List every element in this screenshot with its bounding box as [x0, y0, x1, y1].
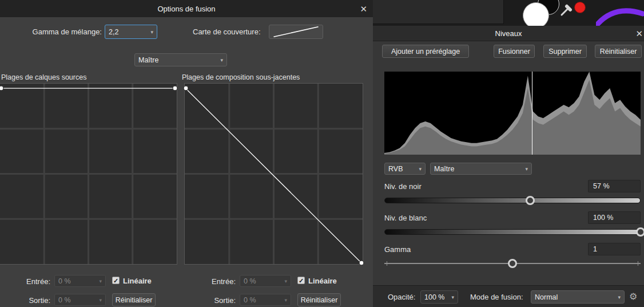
gamma-label: Gamma [384, 245, 411, 254]
blend-gamma-dropdown[interactable]: 2,2 ▾ [105, 25, 157, 39]
gamma-thumb[interactable] [508, 259, 517, 268]
levels-histogram[interactable] [384, 72, 641, 155]
underlying-output-label: Sortie: [185, 296, 236, 305]
chevron-down-icon: ▾ [284, 297, 287, 303]
source-ranges-graph[interactable] [0, 83, 177, 265]
histogram-marker[interactable] [532, 72, 532, 155]
source-reset-button[interactable]: Réinitialiser [112, 293, 156, 306]
underlying-linear-label: Linéaire [308, 277, 337, 285]
canvas-purple-stroke [596, 6, 644, 26]
red-color-swatch[interactable] [574, 2, 586, 13]
source-output-label: Sortie: [0, 296, 50, 305]
blend-gamma-label: Gamma de mélange: [0, 27, 102, 36]
black-level-thumb[interactable] [526, 196, 535, 205]
white-level-track[interactable] [384, 229, 641, 235]
underlying-curve-node-left[interactable] [184, 86, 189, 91]
levels-channel-value: Maître [434, 165, 454, 173]
black-level-track[interactable] [384, 198, 641, 203]
chevron-down-icon: ▾ [284, 278, 287, 284]
opacity-dropdown[interactable]: 100 % ▾ [420, 290, 458, 304]
chevron-down-icon: ▾ [525, 166, 528, 172]
context-toolbar-fragment [373, 0, 504, 24]
levels-channel-dropdown[interactable]: Maître ▾ [430, 163, 532, 175]
source-linear-checkbox[interactable]: ✓ [112, 277, 120, 284]
chevron-down-icon: ▾ [99, 278, 102, 284]
blend-channel-value: Maître [138, 56, 158, 64]
underlying-entry-value: 0 % [244, 277, 256, 285]
chevron-down-icon: ▾ [451, 294, 454, 300]
underlying-reset-button[interactable]: Réinitialiser [297, 293, 341, 306]
coverage-map-preview[interactable] [269, 25, 323, 39]
underlying-output-dropdown[interactable]: 0 % ▾ [240, 294, 291, 306]
black-level-slider[interactable] [384, 196, 641, 205]
gamma-tick-left [387, 261, 387, 266]
opacity-label: Opacité: [388, 293, 415, 301]
underlying-curve-node-right[interactable] [359, 261, 364, 266]
white-level-label: Niv. de blanc [384, 214, 427, 222]
layer-bottom-bar: Opacité: 100 % ▾ Mode de fusion: Normal … [373, 285, 644, 307]
gamma-value[interactable]: 1 [588, 243, 641, 255]
merge-button[interactable]: Fusionner [494, 45, 535, 58]
add-preset-button[interactable]: Ajouter un préréglage [382, 45, 469, 58]
chevron-down-icon: ▾ [419, 166, 422, 172]
source-entry-dropdown[interactable]: 0 % ▾ [54, 275, 106, 287]
opacity-value: 100 % [424, 293, 444, 301]
eyedropper-icon[interactable] [559, 2, 573, 17]
channel-mode-dropdown[interactable]: RVB ▾ [384, 163, 426, 175]
chevron-down-icon: ▾ [618, 294, 621, 300]
delete-button[interactable]: Supprimer [543, 45, 587, 58]
channel-mode-value: RVB [388, 165, 403, 173]
top-strip: ↺ [373, 0, 644, 26]
blend-options-dialog: Options de fusion ✕ Gamma de mélange: 2,… [0, 0, 373, 307]
close-icon[interactable]: ✕ [635, 29, 643, 38]
underlying-ranges-graph[interactable] [184, 83, 363, 265]
underlying-entry-label: Entrée: [185, 277, 236, 286]
gear-icon[interactable]: ⚙ [629, 291, 637, 302]
blend-options-titlebar[interactable]: Options de fusion ✕ [0, 0, 373, 17]
chevron-down-icon: ▾ [220, 57, 223, 63]
chevron-down-icon: ▾ [150, 29, 153, 35]
coverage-map-label: Carte de couverture: [193, 27, 261, 36]
levels-titlebar[interactable]: Niveaux ✕ [373, 26, 644, 41]
source-ranges-grid [0, 84, 177, 264]
close-icon[interactable]: ✕ [360, 5, 367, 13]
source-output-value: 0 % [58, 296, 71, 304]
histogram-chart [384, 72, 641, 155]
chevron-down-icon: ▾ [99, 297, 102, 303]
gamma-tick-right [638, 261, 638, 266]
foreground-color-swatch[interactable] [523, 2, 549, 26]
source-output-dropdown[interactable]: 0 % ▾ [54, 294, 106, 306]
source-curve-node-right[interactable] [173, 86, 178, 91]
source-ranges-title: Plages de calques sources [1, 73, 86, 81]
blend-mode-value: Normal [535, 293, 558, 301]
white-level-slider[interactable] [384, 227, 641, 237]
black-level-value[interactable]: 57 % [588, 180, 641, 192]
gamma-slider[interactable] [384, 259, 641, 268]
underlying-ranges-title: Plages de composition sous-jacentes [182, 73, 300, 81]
coverage-map-curve [269, 25, 323, 38]
white-level-value[interactable]: 100 % [588, 211, 641, 224]
underlying-entry-dropdown[interactable]: 0 % ▾ [240, 275, 291, 287]
source-entry-value: 0 % [58, 277, 71, 285]
underlying-output-value: 0 % [244, 296, 256, 304]
blend-mode-label: Mode de fusion: [470, 293, 523, 301]
blend-gamma-value: 2,2 [109, 28, 118, 36]
underlying-ranges-grid [185, 84, 363, 264]
levels-title: Niveaux [495, 29, 522, 38]
blend-options-title: Options de fusion [157, 5, 215, 13]
white-level-thumb[interactable] [636, 227, 644, 237]
right-panel-region: ↺ Niveaux ✕ Ajouter un préréglage Fusion… [373, 0, 644, 307]
blend-mode-dropdown[interactable]: Normal ▾ [531, 290, 625, 304]
black-level-label: Niv. de noir [384, 182, 422, 191]
levels-reset-button[interactable]: Réinitialiser [595, 45, 642, 58]
source-linear-label: Linéaire [123, 277, 152, 285]
underlying-linear-checkbox[interactable]: ✓ [297, 277, 305, 284]
source-entry-label: Entrée: [0, 277, 50, 286]
blend-channel-dropdown[interactable]: Maître ▾ [134, 53, 227, 66]
